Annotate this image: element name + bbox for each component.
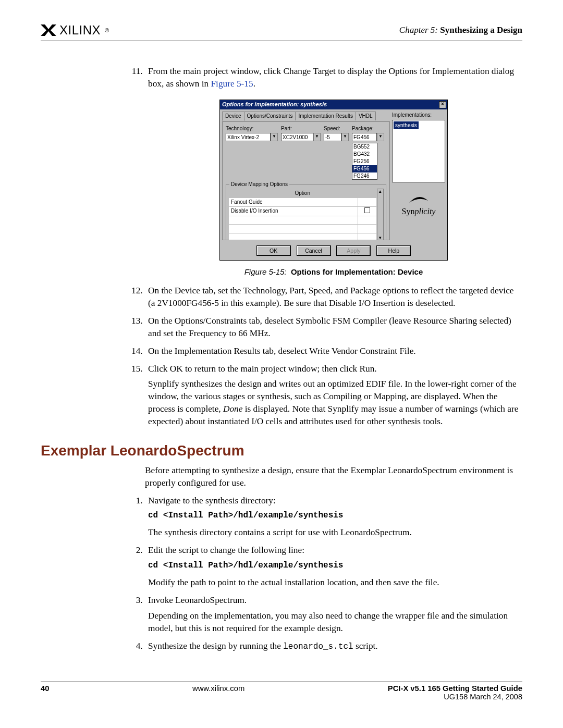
step-14: On the Implementation Results tab, desel… xyxy=(145,345,522,357)
step-11: From the main project window, click Chan… xyxy=(145,65,522,90)
speed-combo[interactable] xyxy=(324,133,341,141)
leonardo-content: Before attempting to synthesize a design… xyxy=(145,464,522,652)
steps-list-b: On the Device tab, set the Technology, P… xyxy=(145,285,522,428)
doc-sub: UG158 March 24, 2008 xyxy=(444,693,522,701)
list-item[interactable]: FG256 xyxy=(352,158,377,165)
table-row[interactable]: Disable I/O Insertion xyxy=(229,206,358,216)
done-emph: Done xyxy=(223,404,242,414)
main-content: From the main project window, click Chan… xyxy=(145,65,522,428)
device-mapping-legend: Device Mapping Options xyxy=(229,181,289,188)
device-mapping-fieldset: Device Mapping Options Option Fanout Gui… xyxy=(226,184,386,240)
step-13: On the Options/Constraints tab, deselect… xyxy=(145,315,522,340)
ls-step-1: Navigate to the synthesis directory: cd … xyxy=(145,495,522,539)
part-combo[interactable] xyxy=(281,133,313,141)
option-table: Option Fanout Guide Disable I/O Insertio… xyxy=(228,189,377,240)
list-item[interactable]: BG432 xyxy=(352,151,377,158)
figure-caption: Figure 5-15: Options for Implementation:… xyxy=(145,267,522,278)
ls2-after: Modify the path to point to the actual i… xyxy=(148,576,522,589)
chevron-down-icon[interactable]: ▼ xyxy=(313,133,321,141)
ls4-text-a: Synthesize the design by running the xyxy=(148,641,283,651)
registered-mark: ® xyxy=(105,27,109,33)
step-11-text-b: . xyxy=(253,79,255,89)
ls-step-3: Invoke LeonardoSpectrum. Depending on th… xyxy=(145,594,522,635)
options-dialog: Options for implementation: synthesis × … xyxy=(219,100,448,261)
tree-item-synthesis[interactable]: synthesis xyxy=(394,121,419,130)
page-header: XILINX® Chapter 5: Synthesizing a Design xyxy=(41,23,522,38)
ok-button[interactable]: OK xyxy=(256,245,291,256)
step-15-para: Synplify synthesizes the design and writ… xyxy=(148,378,522,427)
chapter-prefix: Chapter 5: xyxy=(399,25,438,35)
tab-implementation-results[interactable]: Implementation Results xyxy=(295,112,356,120)
device-panel: Technology: ▼ Part: ▼ Speed: ▼ xyxy=(222,121,390,240)
list-item-selected[interactable]: FG456 xyxy=(352,165,377,172)
ls3-text: Invoke LeonardoSpectrum. xyxy=(148,595,247,605)
close-icon[interactable]: × xyxy=(439,101,446,108)
technology-combo[interactable] xyxy=(226,133,271,141)
dialog-titlebar: Options for implementation: synthesis × xyxy=(220,100,447,109)
table-row xyxy=(229,225,358,233)
leonardo-steps: Navigate to the synthesis directory: cd … xyxy=(145,495,522,652)
footer-url[interactable]: www.xilinx.com xyxy=(192,684,244,701)
synplicity-swoosh-icon xyxy=(408,195,429,205)
chevron-down-icon[interactable]: ▼ xyxy=(341,133,349,141)
speed-label: Speed: xyxy=(324,125,349,132)
step-11-text-a: From the main project window, click Chan… xyxy=(148,66,514,89)
xilinx-logo-icon xyxy=(41,24,56,36)
figure-link-5-15[interactable]: Figure 5-15 xyxy=(211,79,253,89)
help-button[interactable]: Help xyxy=(376,245,411,256)
plicity-text: plicity xyxy=(414,207,435,216)
ls1-code: cd <Install Path>/hdl/example/synthesis xyxy=(148,510,522,521)
cancel-button[interactable]: Cancel xyxy=(297,245,331,256)
brand-text: XILINX xyxy=(59,23,101,38)
footer-rule xyxy=(41,682,522,682)
dialog-title: Options for implementation: synthesis xyxy=(222,101,327,108)
tab-vhdl[interactable]: VHDL xyxy=(356,112,376,120)
ls4-code: leonardo_s.tcl xyxy=(283,642,353,651)
step-15: Click OK to return to the main project w… xyxy=(145,363,522,428)
ls1-text: Navigate to the synthesis directory: xyxy=(148,496,276,505)
ls-step-4: Synthesize the design by running the leo… xyxy=(145,640,522,652)
scrollbar[interactable]: ▲▼ xyxy=(377,189,384,240)
tab-device[interactable]: Device xyxy=(222,112,244,121)
figure-number: Figure 5-15: xyxy=(244,267,287,276)
ls4-text-b: script. xyxy=(353,641,378,651)
chapter-label: Chapter 5: Synthesizing a Design xyxy=(399,25,522,35)
doc-title: PCI-X v5.1 165 Getting Started Guide xyxy=(388,684,522,693)
step-15-line1: Click OK to return to the main project w… xyxy=(148,364,377,374)
package-combo[interactable] xyxy=(352,133,377,141)
figure-5-15: Options for implementation: synthesis × … xyxy=(145,100,522,277)
table-row xyxy=(229,216,358,225)
table-row[interactable]: Fanout Guide xyxy=(229,198,358,207)
part-label: Part: xyxy=(281,125,321,132)
xilinx-logo: XILINX® xyxy=(41,23,109,38)
list-item[interactable]: BG552 xyxy=(352,143,377,151)
page-number: 40 xyxy=(41,684,49,701)
leonardo-intro: Before attempting to synthesize a design… xyxy=(145,464,522,489)
list-item[interactable]: FG246 xyxy=(352,172,377,180)
header-rule xyxy=(41,41,522,41)
tab-options-constraints[interactable]: Options/Constraints xyxy=(244,112,296,120)
package-dropdown-list[interactable]: BG552 BG432 FG256 FG456 FG246 xyxy=(352,143,377,180)
dialog-button-row: OK Cancel Apply Help xyxy=(220,242,447,260)
implementations-tree[interactable]: synthesis xyxy=(392,120,445,182)
ls1-after: The synthesis directory contains a scrip… xyxy=(148,526,522,539)
syn-text: Syn xyxy=(402,207,415,216)
chapter-title: Synthesizing a Design xyxy=(440,25,522,35)
page-footer: 40 www.xilinx.com PCI-X v5.1 165 Getting… xyxy=(41,682,522,701)
ls-step-2: Edit the script to change the following … xyxy=(145,544,522,589)
table-row xyxy=(229,233,358,240)
disable-io-checkbox[interactable] xyxy=(364,207,370,213)
step-12: On the Device tab, set the Technology, P… xyxy=(145,285,522,310)
section-heading-leonardo: Exemplar LeonardoSpectrum xyxy=(41,442,522,459)
ls2-code: cd <Install Path>/hdl/example/synthesis xyxy=(148,560,522,571)
apply-button[interactable]: Apply xyxy=(336,245,371,256)
implementations-label: Implementations: xyxy=(392,112,445,119)
steps-list-a: From the main project window, click Chan… xyxy=(145,65,522,90)
chevron-down-icon[interactable]: ▼ xyxy=(377,133,384,141)
ls2-text: Edit the script to change the following … xyxy=(148,545,304,555)
tab-strip: Device Options/Constraints Implementatio… xyxy=(222,112,390,120)
chevron-down-icon[interactable]: ▼ xyxy=(271,133,278,141)
ls3-after: Depending on the implementation, you may… xyxy=(148,610,522,635)
figure-title: Options for Implementation: Device xyxy=(291,267,423,276)
synplicity-logo: Synplicity xyxy=(392,195,445,217)
